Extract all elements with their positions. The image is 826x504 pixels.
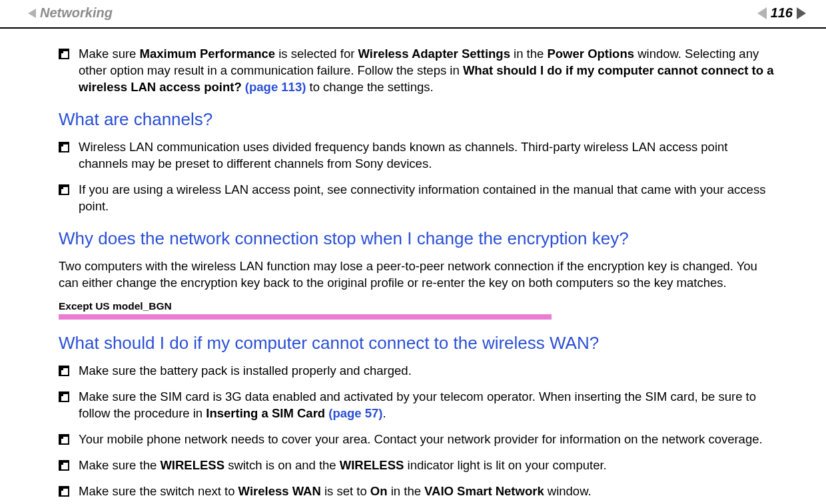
bullet-icon — [59, 49, 69, 59]
page-link[interactable]: (page 113) — [242, 80, 306, 94]
list-item: Make sure Maximum Performance is selecte… — [59, 46, 779, 96]
bullet-icon — [59, 434, 69, 445]
page-link[interactable]: (page 57) — [325, 406, 382, 420]
bullet-icon — [59, 486, 69, 497]
bullet-text: Make sure the switch next to Wireless WA… — [79, 483, 779, 500]
header-left: Networking — [28, 4, 113, 22]
page-nav: 116 N — [757, 4, 806, 22]
page-number: 116 — [771, 4, 793, 22]
list-item: Make sure the SIM card is 3G data enable… — [59, 389, 779, 422]
list-item: Make sure the battery pack is installed … — [59, 363, 779, 379]
page-content: Make sure Maximum Performance is selecte… — [0, 29, 826, 504]
divider-bar — [59, 314, 552, 320]
bullet-text: Make sure the WIRELESS switch is on and … — [79, 457, 779, 474]
list-item: If you are using a wireless LAN access p… — [59, 182, 779, 215]
bullet-text: Make sure the SIM card is 3G data enable… — [79, 389, 779, 422]
heading-encryption: Why does the network connection stop whe… — [59, 227, 779, 250]
model-note: Except US model_BGN — [59, 300, 779, 320]
heading-wan: What should I do if my computer cannot c… — [59, 332, 779, 355]
page-header: Networking 116 N — [0, 0, 826, 29]
prev-page-icon[interactable] — [757, 7, 767, 19]
next-page-icon[interactable] — [797, 7, 806, 19]
list-item: Make sure the switch next to Wireless WA… — [59, 483, 779, 500]
bullet-text: Make sure the battery pack is installed … — [79, 363, 779, 379]
breadcrumb-arrow-icon — [28, 9, 36, 18]
bullet-text: If you are using a wireless LAN access p… — [79, 182, 779, 215]
bullet-icon — [59, 184, 69, 195]
bullet-text: Make sure Maximum Performance is selecte… — [79, 46, 779, 96]
list-item: Your mobile phone network needs to cover… — [59, 431, 779, 448]
bullet-icon — [59, 366, 69, 376]
bullet-text: Your mobile phone network needs to cover… — [79, 431, 779, 448]
bullet-text: Wireless LAN communication uses divided … — [79, 139, 779, 172]
bullet-icon — [59, 391, 69, 402]
section-title: Networking — [40, 4, 113, 22]
heading-channels: What are channels? — [59, 108, 779, 131]
bullet-icon — [59, 142, 69, 152]
model-note-label: Except US model_BGN — [59, 300, 779, 314]
bullet-icon — [59, 460, 69, 471]
list-item: Wireless LAN communication uses divided … — [59, 139, 779, 172]
paragraph: Two computers with the wireless LAN func… — [59, 258, 779, 292]
list-item: Make sure the WIRELESS switch is on and … — [59, 457, 779, 474]
